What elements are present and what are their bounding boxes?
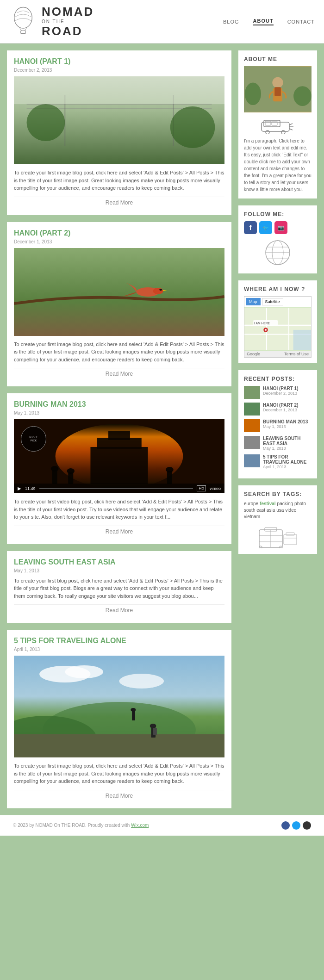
where-widget: WHERE AM I NOW ? Map Satellite [238,280,317,363]
post-5-text: To create your first image blog post, cl… [14,762,224,785]
post-burning-man: BURNING MAN 2013 May 1, 2013 [7,393,231,544]
map-btn-map[interactable]: Map [246,298,261,305]
post-4-read-more[interactable]: Read More [14,604,224,616]
map-header: Map Satellite [244,297,311,307]
svg-line-52 [289,124,293,125]
post-5-read-more[interactable]: Read More [14,790,224,801]
recent-info-4: LEAVING SOUTH EAST ASIA May 1, 2013 [263,436,312,451]
globe-container [244,238,312,268]
post-4-text: To create your first blog post, click he… [14,577,224,600]
footer-social-icons [281,821,311,830]
recent-post-1[interactable]: HANOI (PART 1) December 2, 2013 [244,386,312,399]
recent-info-5: 5 TIPS FOR TRAVELING ALONE April 1, 2013 [263,454,312,469]
nav-blog[interactable]: BLOG [223,19,239,25]
svg-rect-19 [90,447,148,484]
about-photo-svg [244,66,312,112]
hd-badge: HD [197,485,206,491]
post-2-title: HANOI (PART 2) [14,229,224,237]
post-3-read-more[interactable]: Read More [14,526,224,537]
content-area: HANOI (PART 1) December 2, 2013 [7,50,231,808]
about-photo [244,66,312,112]
tags-title: SEARCH BY TAGS: [244,491,312,497]
main-nav: BLOG ABOUT CONTACT [223,18,315,25]
recent-post-5[interactable]: 5 TIPS FOR TRAVELING ALONE April 1, 2013 [244,454,312,469]
post-4-date: May 1, 2013 [14,568,224,573]
tag-photo[interactable]: photo [294,501,306,506]
recent-thumb-5 [244,454,260,467]
twitter-icon[interactable]: 🐦 [259,221,272,234]
facebook-icon[interactable]: f [244,221,257,234]
map-footer: Google Terms of Use [244,351,311,357]
tag-packing[interactable]: packing [277,501,293,506]
about-title: ABOUT ME [244,56,312,62]
post-4-title: LEAVING SOUTH EAST ASIA [14,558,224,566]
svg-rect-65 [293,330,311,350]
post-1-text: To create your first image blog post, cl… [14,169,224,192]
nav-about[interactable]: ABOUT [253,18,274,25]
footer-twitter-icon[interactable] [292,821,300,830]
tag-europe[interactable]: europe [244,501,258,506]
svg-rect-22 [52,470,57,484]
svg-point-30 [65,665,103,678]
svg-rect-39 [153,728,157,735]
post-leaving-sea: LEAVING SOUTH EAST ASIA May 1, 2013 To c… [7,551,231,623]
recent-post-2[interactable]: HANOI (PART 2) December 1, 2013 [244,403,312,416]
post-5-title: 5 TIPS FOR TRAVELING ALONE [14,637,224,645]
site-footer: © 2023 by NOMAD On THE ROAD. Proudly cre… [0,815,324,836]
svg-rect-21 [108,431,130,440]
post-1-read-more[interactable]: Read More [14,197,224,208]
recent-post-4[interactable]: LEAVING SOUTH EAST ASIA May 1, 2013 [244,436,312,451]
post-5-date: April 1, 2013 [14,647,224,652]
logo-text: NOMAD ON THE ROAD [42,5,94,38]
svg-point-49 [281,130,285,134]
tag-sea[interactable]: south east asia [244,508,275,513]
play-icon[interactable]: ▶ [18,486,21,491]
footer-facebook-icon[interactable] [281,821,290,830]
svg-point-9 [27,104,65,141]
svg-point-48 [266,130,269,134]
instagram-icon[interactable]: 📷 [274,221,287,234]
tag-video[interactable]: video [285,508,296,513]
svg-rect-35 [132,711,135,720]
map-container[interactable]: Map Satellite I AM [244,296,312,358]
bird-svg [14,248,224,336]
footer-rss-icon[interactable] [303,821,311,830]
svg-line-54 [289,129,293,130]
video-progress[interactable] [39,488,193,489]
post-3-video[interactable]: STAFF PICK ▶ 11:49 HD vimeo [14,419,224,493]
tag-vietnam[interactable]: vietnam [244,514,260,519]
recent-info-3: BURNING MAN 2013 May 1, 2013 [263,419,308,429]
nav-contact[interactable]: CONTACT [287,19,315,25]
video-controls: ▶ 11:49 HD vimeo [14,484,224,493]
google-maps-label: Google [247,352,260,356]
main-container: HANOI (PART 1) December 2, 2013 [0,43,324,815]
svg-rect-78 [286,533,294,535]
van-svg [259,117,296,134]
svg-point-36 [131,708,136,712]
recent-posts-title: RECENT POSTS: [244,376,312,382]
site-header: NOMAD ON THE ROAD BLOG ABOUT CONTACT [0,0,324,43]
luggage-container [244,523,312,548]
recent-post-3[interactable]: BURNING MAN 2013 May 1, 2013 [244,419,312,432]
post-3-text: To create your first video blog post, cl… [14,498,224,521]
tag-usa[interactable]: usa [276,508,284,513]
recent-posts-widget: RECENT POSTS: HANOI (PART 1) December 2,… [238,370,317,478]
post-hanoi-1: HANOI (PART 1) December 2, 2013 [7,50,231,215]
footer-link[interactable]: Wix.com [131,823,149,828]
staff-pick-badge: STAFF PICK [21,426,46,452]
about-text: I'm a paragraph. Click here to add your … [244,137,312,193]
post-2-date: December 1, 2013 [14,239,224,244]
van-icon [244,116,312,135]
post-2-read-more[interactable]: Read More [14,368,224,379]
post-2-text: To create your first image blog post, cl… [14,341,224,364]
map-btn-satellite[interactable]: Satellite [262,298,283,305]
tag-festival[interactable]: festival [260,501,275,506]
follow-widget: FOLLOW ME: f 🐦 📷 [238,205,317,273]
svg-point-0 [14,7,32,28]
post-3-date: May 1, 2013 [14,410,224,416]
recent-thumb-1 [244,386,260,399]
svg-point-23 [51,466,59,471]
fire-svg [14,419,224,493]
svg-line-1 [20,28,22,31]
svg-point-41 [272,77,283,88]
